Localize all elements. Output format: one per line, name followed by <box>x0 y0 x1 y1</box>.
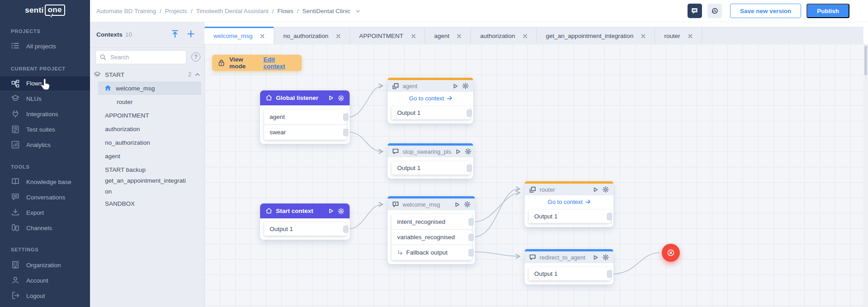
sidebar-item-test-suites[interactable]: Test suites <box>0 123 90 136</box>
output-port[interactable] <box>467 109 472 117</box>
output-port[interactable] <box>343 113 348 121</box>
add-context-button[interactable] <box>186 29 196 39</box>
comments-button[interactable] <box>688 4 702 18</box>
publish-button[interactable]: Publish <box>806 4 849 18</box>
gear-icon[interactable] <box>462 83 469 89</box>
node-header[interactable]: stop_swearing_pls <box>388 146 473 157</box>
node-header[interactable]: Global listener <box>260 90 350 105</box>
search-input[interactable] <box>109 53 191 61</box>
play-icon[interactable] <box>452 83 458 89</box>
breadcrumb-item[interactable]: Automate BD Training <box>96 8 156 14</box>
sidebar-item-all-projects[interactable]: All projects <box>0 39 90 53</box>
output-row[interactable]: variables_recognised <box>392 229 472 245</box>
play-icon[interactable] <box>593 187 598 193</box>
close-icon[interactable] <box>260 34 265 38</box>
chevron-up-icon[interactable] <box>195 73 200 76</box>
node-start-context[interactable]: Start context Output 1 <box>260 203 350 240</box>
sidebar-item-conversations[interactable]: Conversations <box>0 190 90 204</box>
close-icon[interactable] <box>688 34 693 38</box>
node-header[interactable]: welcome_msg <box>388 198 475 210</box>
sidebar-item-export[interactable]: Export <box>0 206 90 219</box>
output-port[interactable] <box>469 218 474 226</box>
output-port[interactable] <box>607 213 612 220</box>
gear-icon[interactable] <box>602 186 609 193</box>
output-row[interactable]: intent_recognised <box>392 214 472 229</box>
context-item-start-backup[interactable]: START backup <box>90 164 204 175</box>
output-row[interactable]: Output 1 <box>529 267 610 280</box>
context-item-get-an-appointment-integration[interactable]: get_an_appointment_integration <box>90 175 204 197</box>
edit-context-link[interactable]: Edit context <box>263 56 296 70</box>
help-icon[interactable]: ? <box>191 52 200 61</box>
breadcrumb-current[interactable]: SentiDental Clinic <box>302 8 351 14</box>
scrollbar-thumb[interactable] <box>864 46 867 76</box>
output-port[interactable] <box>343 129 348 136</box>
flow-canvas[interactable]: View mode Edit context Global listener a… <box>204 44 868 307</box>
play-icon[interactable] <box>455 149 461 155</box>
remove-connection-button[interactable] <box>662 244 680 262</box>
go-to-context-link[interactable]: Go to context <box>529 195 610 210</box>
context-item-router[interactable]: router <box>90 96 204 108</box>
sidebar-item-logout[interactable]: Logout <box>0 289 90 302</box>
fallback-output-row[interactable]: Fallback output <box>392 245 472 260</box>
chevron-down-icon[interactable] <box>355 8 361 14</box>
tab-no-authorization[interactable]: no_authorization <box>274 27 350 44</box>
node-redirect-to-agent[interactable]: redirect_to_agent Output 1 <box>525 249 613 284</box>
tab-router[interactable]: router <box>655 27 702 44</box>
breadcrumb-item[interactable]: Projects <box>165 8 187 14</box>
node-header[interactable]: redirect_to_agent <box>525 251 613 263</box>
sidebar-item-organization[interactable]: Organization <box>0 258 90 272</box>
sidebar-item-channels[interactable]: Channels <box>0 221 90 235</box>
tab-agent[interactable]: agent <box>425 27 471 44</box>
gear-icon[interactable] <box>464 201 470 208</box>
output-row[interactable]: agent <box>264 109 346 124</box>
output-row[interactable]: Output 1 <box>392 106 470 119</box>
save-new-version-button[interactable]: Save new version <box>730 4 801 18</box>
output-row[interactable]: Output 1 <box>264 222 346 236</box>
output-port[interactable] <box>343 226 348 233</box>
close-icon[interactable] <box>457 34 461 38</box>
context-item-agent[interactable]: agent <box>90 150 204 162</box>
node-header[interactable]: router <box>525 184 613 195</box>
close-icon[interactable] <box>411 34 416 38</box>
output-port[interactable] <box>469 234 474 241</box>
sidebar-item-nlus[interactable]: NLUs <box>0 92 90 105</box>
tab-authorization[interactable]: authorization <box>471 27 536 44</box>
sidebar-item-account[interactable]: Account <box>0 274 90 287</box>
output-row[interactable]: Output 1 <box>529 210 610 223</box>
context-item-sandbox[interactable]: SANDBOX <box>90 198 204 209</box>
context-search[interactable] <box>95 50 186 64</box>
gear-icon[interactable] <box>602 254 609 260</box>
close-icon[interactable] <box>336 34 341 38</box>
node-header[interactable]: agent <box>388 80 473 92</box>
output-port[interactable] <box>607 270 612 278</box>
context-item-authorization[interactable]: authorization <box>90 123 204 135</box>
play-icon[interactable] <box>454 202 460 208</box>
output-row[interactable]: swear <box>264 124 346 140</box>
gear-icon[interactable] <box>465 148 471 155</box>
play-icon[interactable] <box>328 208 334 214</box>
gear-icon[interactable] <box>338 208 344 214</box>
sidebar-item-flows[interactable]: Flows <box>0 76 90 90</box>
close-icon[interactable] <box>523 34 527 38</box>
gear-icon[interactable] <box>338 95 344 101</box>
context-group-start[interactable]: START 2 <box>90 69 204 80</box>
tab-get-an-appointment-integration[interactable]: get_an_appointment_integration <box>537 27 655 44</box>
sidebar-item-integrations[interactable]: Integrations <box>0 107 90 121</box>
sidebar-item-knowledge-base[interactable]: Knowledge base <box>0 175 90 189</box>
output-port[interactable] <box>469 249 474 256</box>
version-history-button[interactable] <box>707 4 722 18</box>
output-row[interactable]: Output 1 <box>392 161 470 175</box>
node-global-listener[interactable]: Global listener agent swear <box>260 90 350 144</box>
upload-context-button[interactable] <box>171 29 180 39</box>
tab-appointment[interactable]: APPOINTMENT <box>350 27 425 44</box>
play-icon[interactable] <box>593 255 598 260</box>
node-welcome-msg[interactable]: welcome_msg intent_recognised variables_… <box>388 196 475 264</box>
node-router[interactable]: router Go to context Output 1 <box>525 181 613 227</box>
node-header[interactable]: Start context <box>260 203 350 218</box>
tab-welcome-msg[interactable]: welcome_msg <box>204 27 274 44</box>
context-item-no-authorization[interactable]: no_authorization <box>90 137 204 148</box>
output-port[interactable] <box>467 165 472 172</box>
context-item-appointment[interactable]: APPOINTMENT <box>90 109 204 121</box>
node-stop-swearing-pls[interactable]: stop_swearing_pls Output 1 <box>388 143 473 179</box>
breadcrumb-item[interactable]: Timoteeth Dental Assistant <box>196 8 268 14</box>
